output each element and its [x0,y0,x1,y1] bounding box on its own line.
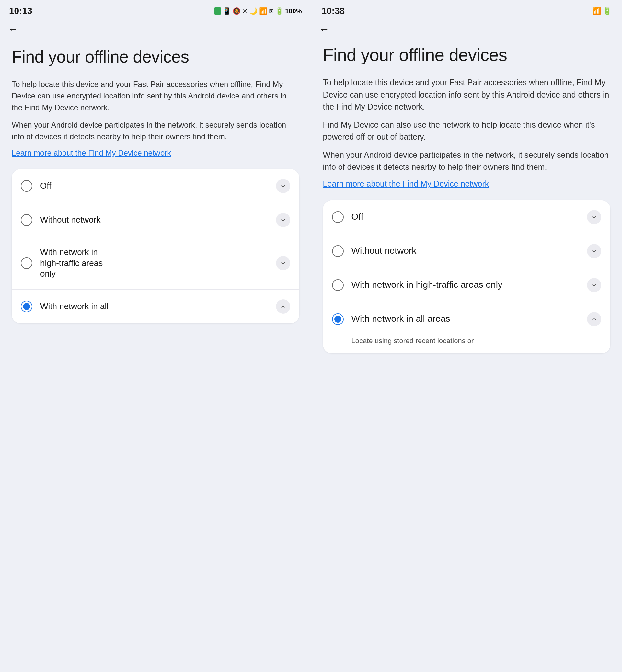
left-back-button-row: ← [0,19,311,38]
right-radio-off[interactable] [332,211,344,223]
left-content: Find your offline devices To help locate… [0,38,311,672]
right-page-title: Find your offline devices [323,45,611,65]
wifi-icon: 📶 [259,7,267,15]
right-back-button-row: ← [311,19,622,38]
chevron-down-icon [280,217,286,223]
right-option-off[interactable]: Off [323,200,611,234]
left-chevron-off[interactable] [276,179,290,193]
left-status-time: 10:13 [9,6,32,16]
left-phone-panel: 10:13 📱 🔕 ✳ 🌙 📶 ⊠ 🔋 100% ← Find your off… [0,0,311,672]
right-radio-with-network-high[interactable] [332,279,344,291]
right-option-with-network-all-label: With network in all areas [351,313,587,325]
right-option-with-network-high-label: With network in high-traffic areas only [351,279,587,291]
notification-icon [214,7,221,14]
right-option-without-network-label: Without network [351,245,587,257]
left-option-with-network-high-label: With network inhigh-traffic areasonly [40,247,276,280]
right-content: Find your offline devices To help locate… [311,38,622,672]
chevron-up-icon [280,303,286,310]
right-phone-panel: 10:38 📶 🔋 ← Find your offline devices To… [311,0,622,672]
chevron-down-icon [280,183,286,189]
bluetooth-icon: ✳ [242,7,248,15]
right-status-bar: 10:38 📶 🔋 [311,0,622,19]
left-status-bar: 10:13 📱 🔕 ✳ 🌙 📶 ⊠ 🔋 100% [0,0,311,19]
chevron-down-icon [280,260,286,266]
left-radio-off[interactable] [21,180,32,192]
right-description-1: To help locate this device and your Fast… [323,76,611,113]
left-description-1: To help locate this device and your Fast… [12,78,299,113]
right-option-without-network[interactable]: Without network [323,234,611,268]
battery-icon: 🔋 [275,7,283,15]
right-learn-more-link[interactable]: Learn more about the Find My Device netw… [323,179,489,189]
right-option-off-label: Off [351,211,587,223]
right-wifi-icon: 📶 [592,7,601,15]
battery-percent: 100% [285,7,302,15]
right-description-3: When your Android device participates in… [323,149,611,173]
right-option-with-network-all-container: With network in all areas Locate using s… [323,302,611,354]
left-option-off[interactable]: Off [12,169,299,203]
left-radio-with-network-high[interactable] [21,257,32,269]
moon-icon: 🌙 [249,7,257,15]
right-chevron-off[interactable] [587,210,601,224]
left-option-without-network-label: Without network [40,214,276,226]
right-description-2: Find My Device can also use the network … [323,119,611,143]
right-option-with-network-all[interactable]: With network in all areas [323,302,611,336]
left-back-arrow-icon[interactable]: ← [8,24,18,34]
right-options-card: Off Without network With network in high… [323,200,611,354]
right-status-time: 10:38 [322,6,345,16]
chevron-down-icon [591,248,597,254]
nfc-icon: ⊠ [269,7,274,14]
left-chevron-without-network[interactable] [276,213,290,227]
left-status-icons: 📱 🔕 ✳ 🌙 📶 ⊠ 🔋 100% [214,7,302,15]
left-description-2: When your Android device participates in… [12,119,299,142]
left-chevron-with-network-high[interactable] [276,256,290,270]
right-status-icons: 📶 🔋 [592,7,612,15]
right-battery-icon: 🔋 [603,7,612,15]
chevron-down-icon [591,214,597,220]
left-options-card: Off Without network With network inhigh-… [12,169,299,323]
right-option-with-network-high[interactable]: With network in high-traffic areas only [323,268,611,302]
left-option-with-network-all-label: With network in all [40,301,276,312]
left-learn-more-link[interactable]: Learn more about the Find My Device netw… [12,148,171,158]
right-radio-without-network[interactable] [332,245,344,257]
mute-icon: 🔕 [233,7,241,15]
left-option-with-network-all[interactable]: With network in all [12,290,299,323]
left-option-without-network[interactable]: Without network [12,203,299,237]
left-radio-with-network-all[interactable] [21,301,32,312]
right-radio-selected-indicator [334,315,341,323]
chevron-up-icon [591,316,597,323]
left-chevron-with-network-all[interactable] [276,299,290,314]
right-option-with-network-all-sub: Locate using stored recent locations or [323,336,611,354]
chevron-down-icon [591,282,597,289]
right-chevron-with-network-high[interactable] [587,278,601,292]
left-page-title: Find your offline devices [12,47,299,67]
left-radio-without-network[interactable] [21,214,32,226]
sim-icon: 📱 [223,7,231,15]
right-back-arrow-icon[interactable]: ← [319,24,330,34]
right-radio-with-network-all[interactable] [332,313,344,325]
left-option-off-label: Off [40,180,276,192]
right-chevron-with-network-all[interactable] [587,312,601,326]
radio-selected-indicator [23,303,30,310]
left-option-with-network-high[interactable]: With network inhigh-traffic areasonly [12,237,299,290]
right-chevron-without-network[interactable] [587,244,601,258]
